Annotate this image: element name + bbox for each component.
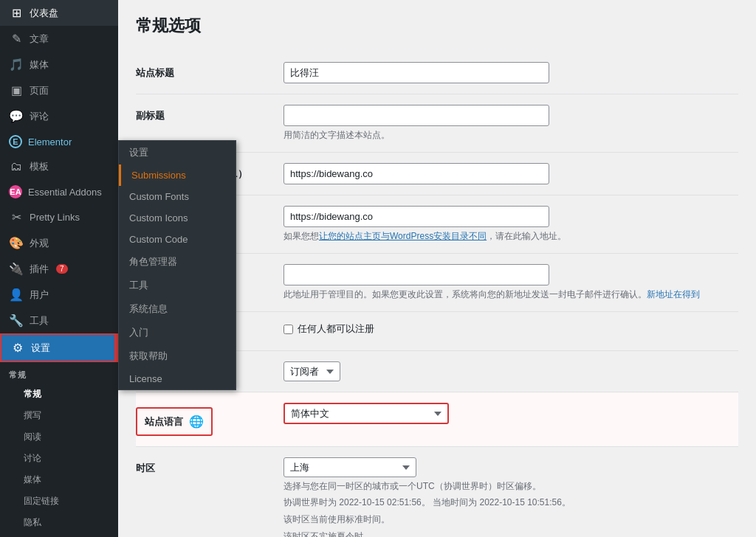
tools-icon: 🔧 [9, 313, 24, 328]
settings-icon: ⚙ [10, 341, 25, 355]
sidebar-item-pretty-links[interactable]: ✂ Pretty Links [0, 204, 118, 230]
sub-item-reading[interactable]: 阅读 [0, 426, 118, 448]
membership-control: 任何人都可以注册 [284, 322, 738, 336]
admin-email-control: 此地址用于管理目的。如果您更改此设置，系统将向您的新地址发送一封电子邮件进行确认… [284, 264, 738, 301]
tagline-control: 用简洁的文字描述本站点。 [284, 105, 738, 142]
dropdown-intro[interactable]: 入门 [119, 321, 236, 344]
media-icon: 🎵 [9, 58, 24, 72]
dropdown-license[interactable]: License [119, 368, 236, 389]
ea-icon: EA [9, 185, 22, 198]
timezone-note: 该时区当前使用标准时间。 [284, 513, 738, 527]
elementor-icon: E [9, 135, 22, 148]
utc-time-label: 协调世界时为 [284, 497, 337, 507]
pages-icon: ▣ [9, 83, 24, 97]
sub-item-general[interactable]: 常规 [0, 384, 118, 405]
site-language-control: 简体中文 [284, 403, 738, 424]
site-title-control [284, 62, 738, 83]
site-url-hint-link[interactable]: 让您的站点主页与WordPress安装目录不同 [319, 231, 487, 241]
local-time-value: 2022-10-15 10:51:56 [479, 497, 561, 507]
dropdown-custom-icons[interactable]: Custom Icons [119, 207, 236, 229]
utc-time-value: 2022-10-15 02:51:56 [339, 497, 421, 507]
timezone-label: 时区 [136, 457, 284, 475]
dropdown-custom-fonts[interactable]: Custom Fonts [119, 186, 236, 207]
page-title: 常规选项 [136, 15, 738, 37]
admin-email-hint-suffix: 新地址在得到 [647, 289, 700, 299]
dropdown-custom-code[interactable]: Custom Code [119, 229, 236, 250]
time-info: 协调世界时为 2022-10-15 02:51:56。 当地时间为 2022-1… [284, 496, 738, 510]
site-title-row: 站点标题 [136, 52, 738, 94]
sidebar-item-media[interactable]: 🎵 媒体 [0, 52, 118, 77]
timezone-row: 时区 上海 选择与您在同一时区的城市或一个UTC（协调世界时）时区偏移。 协调世… [136, 447, 738, 537]
site-url-hint: 如果您想让您的站点主页与WordPress安装目录不同，请在此输入地址。 [284, 230, 738, 243]
sidebar-item-appearance[interactable]: 🎨 外观 [0, 230, 118, 256]
dropdown-role-manager[interactable]: 角色管理器 [119, 250, 236, 274]
plugins-icon: 🔌 [9, 262, 24, 276]
dropdown-settings[interactable]: 设置 [119, 141, 236, 164]
sidebar-item-plugins[interactable]: 🔌 插件 7 [0, 256, 118, 282]
site-language-label: 站点语言 🌐 [136, 403, 284, 436]
timezone-select[interactable]: 上海 [284, 457, 416, 477]
sidebar-item-elementor[interactable]: E Elementor [0, 129, 118, 154]
sidebar-item-articles[interactable]: ✎ 文章 [0, 26, 118, 52]
sidebar-item-users[interactable]: 👤 用户 [0, 282, 118, 308]
sub-item-media[interactable]: 媒体 [0, 469, 118, 491]
site-url-control: 如果您想让您的站点主页与WordPress安装目录不同，请在此输入地址。 [284, 206, 738, 243]
sub-section-label: 常规 [0, 362, 118, 384]
membership-checkbox-label: 任何人都可以注册 [284, 322, 738, 336]
local-time-label: 当地时间为 [433, 497, 477, 507]
dropdown-system-info[interactable]: 系统信息 [119, 297, 236, 321]
site-language-row: 站点语言 🌐 简体中文 [136, 392, 738, 447]
dropdown-submissions[interactable]: Submissions [119, 164, 236, 186]
tagline-input[interactable] [284, 105, 549, 126]
language-label-highlight: 站点语言 🌐 [136, 407, 213, 436]
sidebar-item-templates[interactable]: 🗂 模板 [0, 154, 118, 179]
timezone-note2: 该时区不实施夏令时。 [284, 530, 738, 537]
site-language-select[interactable]: 简体中文 [285, 404, 447, 423]
dropdown-tools[interactable]: 工具 [119, 274, 236, 297]
dashboard-icon: ⊞ [9, 6, 24, 20]
sidebar: ⊞ 仪表盘 ✎ 文章 🎵 媒体 ▣ 页面 💬 评论 E Elementor 🗂 … [0, 0, 118, 537]
appearance-icon: 🎨 [9, 236, 24, 250]
tagline-hint: 用简洁的文字描述本站点。 [284, 129, 738, 142]
dropdown-get-help[interactable]: 获取帮助 [119, 344, 236, 368]
translate-icon: 🌐 [189, 415, 204, 429]
sub-item-wp-rocket[interactable]: WP Rocket [0, 533, 118, 537]
admin-email-input[interactable] [284, 264, 549, 285]
membership-checkbox[interactable] [284, 325, 293, 334]
site-title-label: 站点标题 [136, 62, 284, 80]
sidebar-item-dashboard[interactable]: ⊞ 仪表盘 [0, 0, 118, 26]
sub-item-writing[interactable]: 撰写 [0, 405, 118, 426]
comments-icon: 💬 [9, 109, 24, 123]
wp-url-input[interactable] [284, 163, 549, 184]
sidebar-item-settings[interactable]: ⚙ 设置 [0, 333, 118, 362]
templates-icon: 🗂 [9, 160, 24, 173]
sub-item-privacy[interactable]: 隐私 [0, 512, 118, 533]
wp-url-control [284, 163, 738, 184]
pretty-links-icon: ✂ [9, 210, 24, 224]
default-role-select[interactable]: 订阅者 [284, 361, 340, 381]
articles-icon: ✎ [9, 32, 24, 46]
site-title-input[interactable] [284, 62, 549, 83]
sub-item-discussion[interactable]: 讨论 [0, 448, 118, 469]
site-url-input[interactable] [284, 206, 549, 227]
timezone-control: 上海 选择与您在同一时区的城市或一个UTC（协调世界时）时区偏移。 协调世界时为… [284, 457, 738, 537]
timezone-hint: 选择与您在同一时区的城市或一个UTC（协调世界时）时区偏移。 [284, 480, 738, 493]
users-icon: 👤 [9, 288, 24, 302]
language-select-border: 简体中文 [284, 403, 449, 424]
sidebar-item-pages[interactable]: ▣ 页面 [0, 77, 118, 103]
admin-email-hint: 此地址用于管理目的。如果您更改此设置，系统将向您的新地址发送一封电子邮件进行确认… [284, 288, 738, 301]
elementor-dropdown: 设置 Submissions Custom Fonts Custom Icons… [118, 140, 236, 390]
sidebar-item-comments[interactable]: 💬 评论 [0, 103, 118, 129]
sidebar-item-essential-addons[interactable]: EA Essential Addons [0, 179, 118, 204]
sidebar-item-tools[interactable]: 🔧 工具 [0, 308, 118, 333]
plugins-badge: 7 [56, 264, 68, 274]
sub-item-permalinks[interactable]: 固定链接 [0, 491, 118, 512]
default-role-control: 订阅者 [284, 361, 738, 381]
tagline-label: 副标题 [136, 105, 284, 122]
